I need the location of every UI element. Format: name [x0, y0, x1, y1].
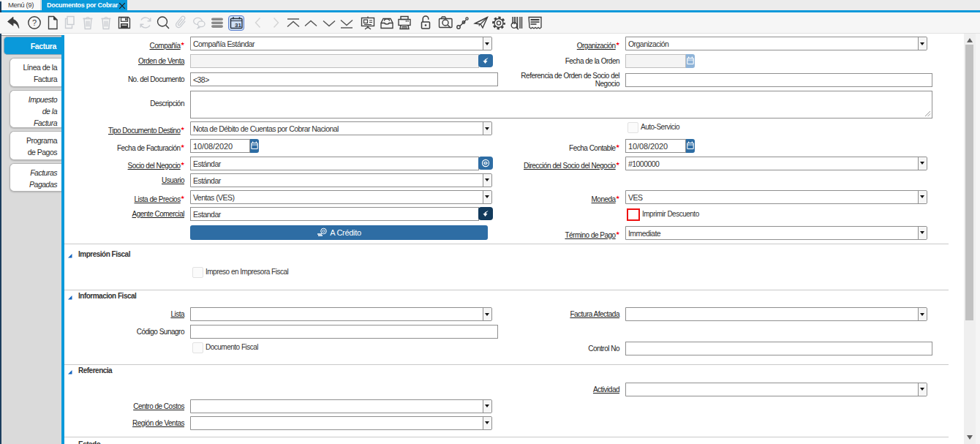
svg-text:31: 31: [235, 22, 241, 29]
svg-text:?: ?: [32, 18, 37, 27]
